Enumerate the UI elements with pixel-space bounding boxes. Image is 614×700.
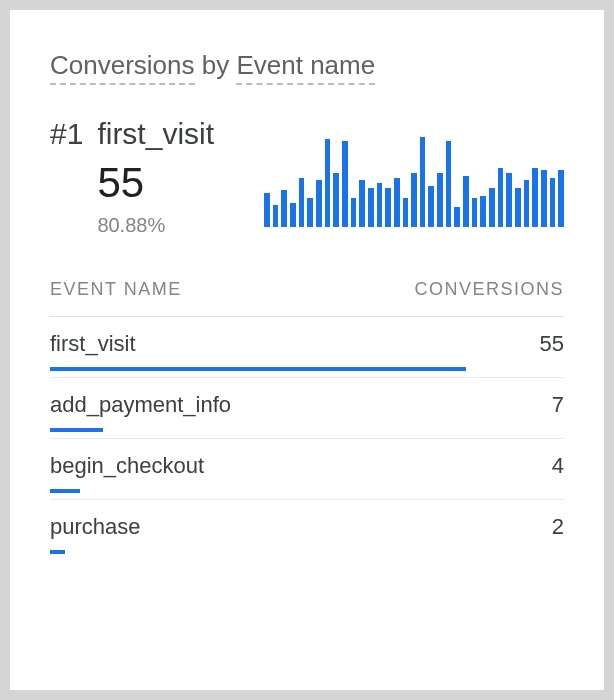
table-body: first_visit55add_payment_info7begin_chec… bbox=[50, 317, 564, 554]
row-bar bbox=[50, 489, 80, 493]
sparkline-chart bbox=[264, 137, 564, 227]
sparkline-bar bbox=[437, 173, 443, 227]
sparkline-bar bbox=[403, 198, 409, 227]
sparkline-bar bbox=[498, 168, 504, 227]
hero-event-name: first_visit bbox=[97, 117, 214, 150]
row-bar-track bbox=[50, 428, 564, 432]
sparkline-bar bbox=[541, 170, 547, 227]
row-event-name: begin_checkout bbox=[50, 453, 204, 479]
row-conversions: 7 bbox=[552, 392, 564, 418]
sparkline-bar bbox=[377, 183, 383, 227]
row-top: begin_checkout4 bbox=[50, 453, 564, 479]
sparkline-bar bbox=[550, 178, 556, 227]
sparkline-bar bbox=[454, 207, 460, 227]
sparkline-bar bbox=[342, 141, 348, 227]
title-dimension[interactable]: Event name bbox=[236, 50, 375, 85]
sparkline-bar bbox=[420, 137, 426, 227]
table-row[interactable]: first_visit55 bbox=[50, 317, 564, 378]
card-title: Conversions by Event name bbox=[50, 50, 564, 81]
row-bar-track bbox=[50, 550, 564, 554]
column-header-value: CONVERSIONS bbox=[414, 279, 564, 300]
sparkline-bar bbox=[428, 186, 434, 227]
sparkline-bar bbox=[385, 188, 391, 227]
sparkline-bar bbox=[515, 188, 521, 227]
hero-percent: 80.88% bbox=[97, 214, 214, 237]
analytics-card: Conversions by Event name #1 first_visit… bbox=[10, 10, 604, 690]
sparkline-bar bbox=[446, 141, 452, 227]
sparkline-bar bbox=[333, 173, 339, 227]
column-header-name: EVENT NAME bbox=[50, 279, 182, 300]
table-row[interactable]: begin_checkout4 bbox=[50, 439, 564, 500]
row-bar-track bbox=[50, 367, 564, 371]
sparkline-bar bbox=[532, 168, 538, 227]
sparkline-bar bbox=[368, 188, 374, 227]
sparkline-bar bbox=[325, 139, 331, 227]
row-event-name: purchase bbox=[50, 514, 141, 540]
sparkline-bar bbox=[281, 190, 287, 227]
row-conversions: 2 bbox=[552, 514, 564, 540]
row-bar bbox=[50, 367, 466, 371]
sparkline-bar bbox=[558, 170, 564, 227]
sparkline-bar bbox=[307, 198, 313, 227]
row-conversions: 4 bbox=[552, 453, 564, 479]
sparkline-bar bbox=[489, 188, 495, 227]
sparkline-bar bbox=[290, 203, 296, 227]
title-by: by bbox=[202, 50, 229, 80]
row-event-name: add_payment_info bbox=[50, 392, 231, 418]
sparkline-bar bbox=[359, 180, 365, 227]
row-top: first_visit55 bbox=[50, 331, 564, 357]
sparkline-bar bbox=[394, 178, 400, 227]
sparkline-bar bbox=[273, 205, 279, 227]
sparkline-bar bbox=[480, 196, 486, 227]
hero-rank: #1 bbox=[50, 117, 83, 150]
hero-left: #1 first_visit 55 80.88% bbox=[50, 117, 214, 237]
row-bar-track bbox=[50, 489, 564, 493]
hero-value: 55 bbox=[97, 162, 214, 204]
sparkline-bar bbox=[351, 198, 357, 227]
sparkline-bar bbox=[411, 173, 417, 227]
sparkline-bar bbox=[264, 193, 270, 227]
row-bar bbox=[50, 428, 103, 432]
sparkline-bar bbox=[299, 178, 305, 227]
table-row[interactable]: purchase2 bbox=[50, 500, 564, 554]
row-top: purchase2 bbox=[50, 514, 564, 540]
sparkline-bar bbox=[472, 198, 478, 227]
hero-stats: first_visit 55 80.88% bbox=[97, 117, 214, 237]
sparkline-bar bbox=[463, 176, 469, 227]
table-row[interactable]: add_payment_info7 bbox=[50, 378, 564, 439]
hero-section: #1 first_visit 55 80.88% bbox=[50, 117, 564, 237]
sparkline-bar bbox=[316, 180, 322, 227]
title-metric[interactable]: Conversions bbox=[50, 50, 195, 85]
row-bar bbox=[50, 550, 65, 554]
sparkline-bar bbox=[506, 173, 512, 227]
row-conversions: 55 bbox=[540, 331, 564, 357]
row-top: add_payment_info7 bbox=[50, 392, 564, 418]
row-event-name: first_visit bbox=[50, 331, 136, 357]
table-header: EVENT NAME CONVERSIONS bbox=[50, 265, 564, 317]
sparkline-bar bbox=[524, 180, 530, 227]
